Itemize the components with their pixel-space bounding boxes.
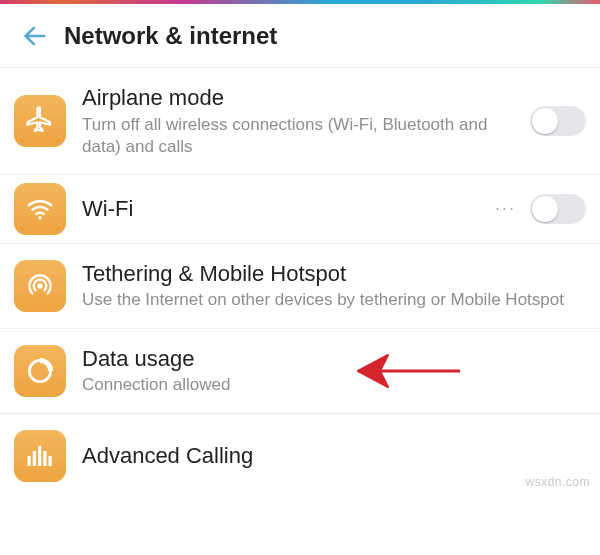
airplane-toggle[interactable] [530,106,586,136]
settings-list: Airplane mode Turn off all wireless conn… [0,68,600,482]
setting-subtitle: Connection allowed [82,374,578,396]
setting-title: Wi-Fi [82,195,487,223]
toggle-knob [532,108,558,134]
svg-point-2 [37,283,43,289]
toggle-knob [532,196,558,222]
setting-item-tethering[interactable]: Tethering & Mobile Hotspot Use the Inter… [0,244,600,329]
svg-rect-8 [38,446,41,466]
more-options-icon[interactable]: ··· [495,198,516,219]
app-header: Network & internet [0,4,600,68]
back-button[interactable] [18,19,52,53]
setting-text: Airplane mode Turn off all wireless conn… [82,84,530,158]
setting-text: Tethering & Mobile Hotspot Use the Inter… [82,260,586,312]
setting-text: Data usage Connection allowed [82,345,586,397]
arrow-left-icon [21,22,49,50]
page-title: Network & internet [64,22,277,50]
setting-title: Tethering & Mobile Hotspot [82,260,578,288]
svg-rect-6 [28,456,31,466]
setting-subtitle: Use the Internet on other devices by tet… [82,289,578,311]
wifi-toggle[interactable] [530,194,586,224]
setting-title: Advanced Calling [82,442,578,470]
airplane-icon [14,95,66,147]
hotspot-icon [14,260,66,312]
setting-title: Airplane mode [82,84,522,112]
setting-item-airplane-mode[interactable]: Airplane mode Turn off all wireless conn… [0,68,600,175]
svg-rect-9 [43,451,46,466]
setting-item-advanced-calling[interactable]: Advanced Calling [0,414,600,482]
svg-rect-10 [49,456,52,466]
svg-rect-7 [33,451,36,466]
svg-point-1 [38,216,42,220]
data-usage-icon [14,345,66,397]
advanced-calling-icon [14,430,66,482]
setting-text: Advanced Calling [82,442,586,470]
setting-title: Data usage [82,345,578,373]
setting-item-data-usage[interactable]: Data usage Connection allowed [0,329,600,414]
wifi-icon [14,183,66,235]
setting-item-wifi[interactable]: Wi-Fi ··· [0,175,600,244]
setting-text: Wi-Fi [82,195,495,223]
setting-subtitle: Turn off all wireless connections (Wi-Fi… [82,114,522,158]
